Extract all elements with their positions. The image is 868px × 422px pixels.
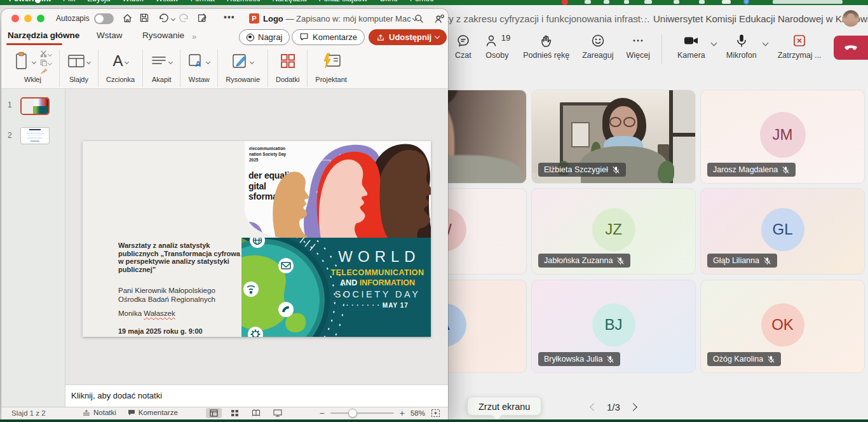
participant-tile-bj[interactable]: BJ Bryłkowska Julia	[531, 280, 696, 373]
font-icon: A	[113, 53, 123, 69]
next-page-chevron[interactable]	[629, 403, 637, 411]
zoom-slider[interactable]	[330, 412, 394, 414]
notes-pane[interactable]: Kliknij, aby dodać notatki	[65, 385, 448, 407]
paragraph-button[interactable]: Akapit	[146, 48, 177, 88]
comments-button[interactable]: Komentarze	[292, 29, 365, 45]
meeting-title-ellipsis[interactable]: ···	[635, 12, 649, 23]
participant-tile-ok[interactable]: OK Ożóg Karolina	[700, 280, 865, 373]
paste-button[interactable]: Wklej	[9, 48, 57, 88]
save-icon[interactable]	[139, 13, 149, 25]
chat-button[interactable]: Czat	[449, 32, 478, 61]
record-button[interactable]: Nagraj	[239, 29, 290, 45]
slide-1[interactable]: elecommunication nation Society Day 2025…	[83, 141, 431, 337]
home-icon[interactable]	[122, 13, 133, 26]
mic-muted-icon	[616, 257, 625, 265]
react-button[interactable]: Zareaguj	[576, 32, 620, 61]
status-icon	[674, 0, 679, 4]
font-options-chevron[interactable]	[125, 59, 129, 64]
zoom-slider-knob[interactable]	[348, 409, 357, 418]
menu-okno[interactable]: Okno	[379, 0, 398, 3]
participant-tile-jz[interactable]: JZ Jabłońska Zuzanna	[531, 188, 696, 275]
menu-narzedzia[interactable]: Narzędzia	[272, 0, 306, 3]
font-button[interactable]: A Czcionka	[101, 48, 140, 88]
minimize-button[interactable]	[24, 15, 32, 22]
menu-pomoc[interactable]: Pomoc	[410, 0, 433, 3]
fit-to-window-icon[interactable]	[431, 409, 440, 418]
mic-button[interactable]: Mikrofon	[720, 32, 763, 61]
avatar-initials: JM	[773, 126, 793, 144]
autosave-toggle[interactable]	[94, 13, 114, 24]
notes-toggle[interactable]: Notatki	[83, 409, 116, 416]
presence-share-icon[interactable]	[434, 13, 445, 27]
slide-text-block[interactable]: Warsztaty z analiz statystyk publicznych…	[118, 242, 240, 335]
user-avatar[interactable]	[843, 10, 859, 27]
tab-draw[interactable]: Rysowanie	[142, 31, 184, 40]
toolbar-more-icon[interactable]: •••	[224, 12, 235, 22]
people-button[interactable]: 19 Osoby	[478, 32, 517, 61]
hangup-split-button[interactable]	[834, 36, 868, 60]
menu-rozmiesc[interactable]: Rozmieść	[227, 0, 261, 3]
undo-options-chevron[interactable]	[171, 17, 175, 21]
hangup-button[interactable]	[834, 36, 868, 60]
menu-plik[interactable]: Plik	[63, 0, 75, 3]
zoom-out-button[interactable]: −	[320, 409, 325, 418]
slide-thumbnail-2[interactable]	[20, 127, 50, 144]
slide-canvas[interactable]: elecommunication nation Society Day 2025…	[65, 89, 448, 385]
slideshow-view-button[interactable]	[269, 408, 286, 418]
stop-share-button[interactable]: Zatrzymaj ...	[771, 32, 828, 61]
tab-home[interactable]: Narzędzia główne	[8, 31, 79, 40]
screenshot-tooltip[interactable]: Zrzut ekranu	[467, 397, 541, 416]
normal-view-button[interactable]	[206, 408, 222, 418]
tabs-overflow-chevron[interactable]: »	[192, 32, 196, 41]
drawing-options-chevron[interactable]	[250, 59, 254, 64]
participant-tile-elzbieta[interactable]: Elżbieta Szczygieł	[531, 90, 696, 184]
copy-icon[interactable]	[40, 59, 47, 66]
previous-page-chevron[interactable]	[590, 403, 598, 411]
undo-icon[interactable]	[158, 13, 168, 26]
participant-tile-jm[interactable]: JM Jarosz Magdalena	[700, 90, 865, 184]
camera-button[interactable]: Kamera	[671, 32, 712, 61]
banner-graphic[interactable]: WORLD TELECOMMUNICATION AND INFORMATION …	[241, 238, 431, 337]
menu-format[interactable]: Format	[191, 0, 215, 3]
poster-graphic[interactable]: elecommunication nation Society Day 2025…	[245, 141, 431, 238]
comments-toggle[interactable]: Komentarze	[128, 409, 178, 416]
save-as-icon[interactable]	[197, 13, 208, 26]
people-icon	[484, 33, 499, 48]
participant-tile-gl[interactable]: GL Głąb Lilianna	[700, 188, 865, 275]
addins-button[interactable]: Dodatki	[271, 48, 304, 88]
search-icon[interactable]	[414, 13, 424, 26]
cut-icon[interactable]	[40, 50, 47, 57]
slide-sorter-view-button[interactable]	[227, 408, 243, 418]
slides-options-chevron[interactable]	[86, 59, 91, 64]
zoom-percentage[interactable]: 58%	[410, 409, 425, 417]
menu-wstaw[interactable]: Wstaw	[156, 0, 179, 3]
slide-thumbnail-1[interactable]	[20, 97, 50, 115]
mic-options-chevron[interactable]	[762, 40, 768, 46]
format-painter-icon[interactable]	[40, 68, 47, 75]
slides-button[interactable]: Slajdy	[62, 48, 95, 88]
mic-label: Mikrofon	[726, 51, 757, 60]
raise-hand-button[interactable]: Podnieś rękę	[517, 32, 576, 61]
document-title[interactable]: Logo — Zapisano w: mój komputer Mac	[263, 14, 411, 24]
paste-options-chevron[interactable]	[32, 59, 36, 64]
menu-edycja[interactable]: Edycja	[87, 0, 110, 3]
maximize-button[interactable]	[37, 15, 44, 22]
designer-button[interactable]: Projektant	[310, 48, 352, 88]
paragraph-options-chevron[interactable]	[168, 59, 173, 64]
menu-widok[interactable]: Widok	[122, 0, 143, 3]
reading-view-button[interactable]	[248, 408, 264, 418]
redo-icon[interactable]	[179, 13, 190, 26]
tab-insert[interactable]: Wstaw	[97, 31, 123, 40]
zoom-in-button[interactable]: +	[400, 409, 405, 418]
participant-name: Ożóg Karolina	[713, 355, 763, 364]
insert-options-chevron[interactable]	[206, 59, 210, 64]
close-button[interactable]	[11, 15, 19, 22]
share-button[interactable]: Udostępnij	[369, 29, 447, 45]
notes-icon	[83, 409, 90, 416]
menu-powerpoint[interactable]: PowerPoint	[9, 0, 51, 3]
camera-options-chevron[interactable]	[710, 40, 717, 46]
more-button[interactable]: Więcej	[620, 32, 656, 61]
menu-pokaz-slajdow[interactable]: Pokaz slajdów	[318, 0, 367, 3]
drawing-button[interactable]: Rysowanie	[220, 48, 265, 88]
insert-shapes-button[interactable]: A Wstaw	[183, 48, 215, 88]
